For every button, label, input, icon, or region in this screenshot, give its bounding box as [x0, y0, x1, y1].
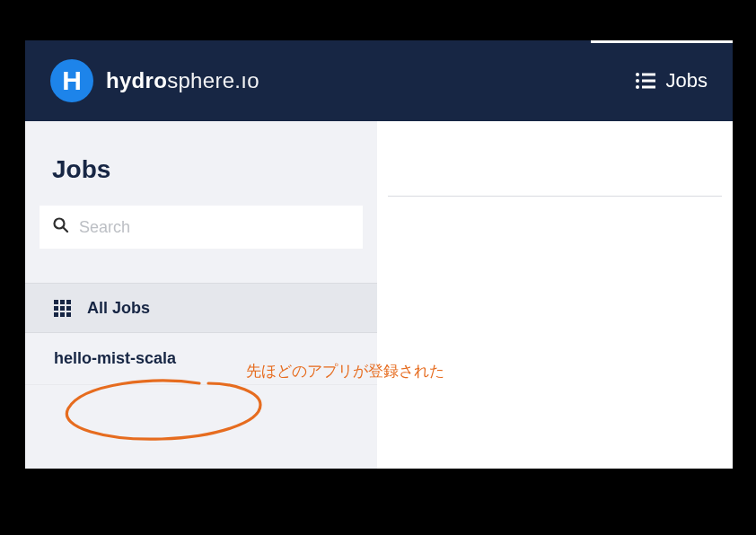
svg-point-2 [636, 79, 639, 83]
logo-mark: H [50, 59, 93, 102]
svg-rect-3 [642, 80, 655, 83]
sidebar: Jobs All Jo [25, 121, 377, 469]
search-wrap [40, 206, 363, 249]
logo-letter: H [62, 66, 82, 96]
list-icon [636, 73, 655, 89]
header-bar: H hydrosphere.ıo Jobs [25, 40, 733, 121]
logo[interactable]: H hydrosphere.ıo [50, 59, 259, 102]
main-panel [377, 121, 733, 469]
logo-text: hydrosphere.ıo [106, 68, 259, 93]
filter-all-jobs[interactable]: All Jobs [25, 283, 377, 333]
search-icon [52, 216, 70, 238]
grid-icon [54, 300, 71, 317]
logo-text-bold: hydro [106, 68, 167, 92]
svg-point-0 [636, 73, 639, 76]
nav-jobs-label: Jobs [666, 69, 708, 92]
page-title: Jobs [25, 121, 377, 206]
logo-text-light: sphere.ıo [167, 68, 259, 92]
svg-point-4 [636, 85, 639, 89]
nav-jobs[interactable]: Jobs [636, 69, 708, 92]
active-tab-accent [591, 40, 733, 43]
main-header-spacer [388, 121, 722, 197]
body: Jobs All Jo [25, 121, 733, 469]
svg-rect-1 [642, 74, 655, 76]
search-box[interactable] [40, 206, 363, 249]
svg-line-7 [63, 227, 67, 232]
search-input[interactable] [79, 218, 350, 237]
annotation-text: 先ほどのアプリが登録された [246, 361, 444, 382]
svg-rect-5 [642, 86, 655, 89]
app-frame: H hydrosphere.ıo Jobs Jobs [25, 40, 733, 469]
job-item-label: hello-mist-scala [54, 349, 176, 368]
filter-label: All Jobs [87, 299, 150, 318]
